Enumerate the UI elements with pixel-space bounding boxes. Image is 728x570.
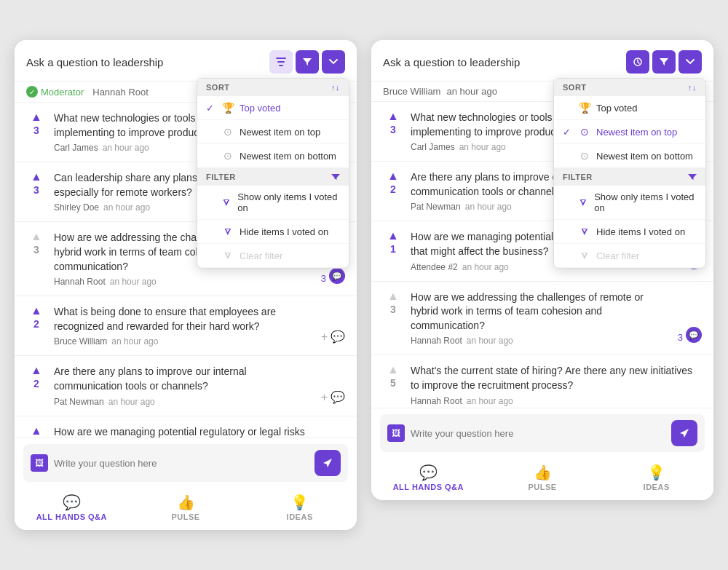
- moderator-check-icon: ✓: [26, 86, 38, 98]
- right-up-arrow-2[interactable]: ▲: [387, 170, 399, 182]
- filter-icon-button[interactable]: [269, 50, 293, 74]
- plus-icon-4[interactable]: +: [321, 330, 328, 344]
- right-question-author-1: Carl James: [411, 142, 455, 152]
- filter-voted-on[interactable]: ⛛ Show only items I voted on: [197, 186, 349, 220]
- left-bottom-nav: 💬 ALL HANDS Q&A 👍 PULSE 💡 IDEAS: [15, 488, 357, 530]
- sort-newest-top-label: Newest item on top: [240, 127, 320, 138]
- chat-icon-4[interactable]: 💬: [331, 330, 345, 344]
- left-question-input[interactable]: [54, 458, 309, 469]
- question-item-5[interactable]: ▲ 2 Are there any plans to improve our i…: [15, 356, 357, 416]
- right-question-content-4: How are we addressing the challenges of …: [411, 290, 670, 347]
- nav-pulse-label-right: PULSE: [528, 483, 556, 491]
- right-question-item-4[interactable]: ▲ 3 How are we addressing the challenges…: [371, 282, 713, 356]
- check-icon: ✓: [206, 103, 216, 114]
- sort-top-voted-label: Top voted: [240, 103, 280, 114]
- right-up-arrow-1[interactable]: ▲: [387, 111, 399, 122]
- right-up-arrow-3[interactable]: ▲: [387, 230, 399, 242]
- right-image-input-icon: 🖼: [387, 424, 405, 442]
- right-up-arrow-5[interactable]: ▲: [387, 364, 399, 376]
- question-author-4: Bruce William: [54, 336, 107, 347]
- left-send-button[interactable]: [314, 450, 341, 476]
- up-arrow-6[interactable]: ▲: [31, 425, 42, 437]
- right-sort-top-voted[interactable]: 🏆 Top voted: [554, 96, 705, 120]
- question-text-5: Are there any plans to improve our inter…: [54, 365, 314, 393]
- right-question-author-4: Hannah Root: [411, 336, 462, 346]
- right-filter-voted-label: Show only items I voted on: [594, 191, 697, 213]
- nav-ideas-right[interactable]: 💡 IDEAS: [599, 464, 713, 491]
- right-filter-clear[interactable]: ⛛ Clear filter: [554, 244, 705, 268]
- right-dropdown-toggle[interactable]: [678, 50, 702, 74]
- right-filter-hide-voted[interactable]: ⛛ Hide items I voted on: [554, 220, 705, 244]
- nav-ideas-left[interactable]: 💡 IDEAS: [242, 494, 357, 521]
- comment-bubble-icon-3[interactable]: 💬: [329, 268, 345, 284]
- up-arrow-4[interactable]: ▲: [31, 305, 42, 317]
- right-filter-icon-button[interactable]: [626, 50, 649, 74]
- question-meta-4: Bruce William an hour ago: [54, 336, 314, 347]
- right-sort-newest-top[interactable]: ✓ ⊙ Newest item on top: [554, 120, 705, 144]
- right-question-input[interactable]: [411, 428, 665, 439]
- right-header-buttons: [626, 50, 702, 74]
- right-question-item-5[interactable]: ▲ 5 What's the current state of hiring? …: [371, 355, 713, 408]
- sort-top-voted[interactable]: ✓ 🏆 Top voted: [197, 96, 349, 120]
- dropdown-toggle-button[interactable]: [322, 50, 345, 74]
- right-user-name: Bruce William: [383, 86, 440, 97]
- right-vote-section-1: ▲ 3: [383, 111, 403, 152]
- right-vote-count-2: 2: [390, 183, 396, 195]
- up-arrow-5[interactable]: ▲: [31, 365, 42, 376]
- sort-newest-bottom[interactable]: ⊙ Newest item on bottom: [197, 144, 349, 168]
- right-send-button[interactable]: [671, 420, 697, 446]
- right-up-arrow-4[interactable]: ▲: [387, 290, 399, 302]
- up-arrow-2[interactable]: ▲: [31, 171, 42, 183]
- question-item-6[interactable]: ▲ 1 How are we managing potential regula…: [15, 416, 357, 438]
- question-author-2: Shirley Doe: [54, 202, 99, 213]
- nav-allhands-left[interactable]: 💬 ALL HANDS Q&A: [15, 494, 129, 521]
- ideas-icon-left: 💡: [290, 494, 309, 511]
- question-item-4[interactable]: ▲ 2 What is being done to ensure that em…: [15, 296, 357, 356]
- right-title: Ask a question to leadership: [383, 56, 520, 68]
- question-meta-5: Pat Newman an hour ago: [54, 397, 314, 407]
- filter-voted-label: Show only items I voted on: [237, 191, 340, 213]
- vote-count-2: 3: [33, 184, 39, 196]
- right-vote-count-1: 3: [390, 124, 396, 135]
- nav-allhands-right[interactable]: 💬 ALL HANDS Q&A: [371, 464, 486, 491]
- plus-icon-5[interactable]: +: [321, 391, 328, 404]
- nav-pulse-left[interactable]: 👍 PULSE: [129, 494, 243, 521]
- up-arrow-1[interactable]: ▲: [31, 111, 42, 123]
- sort-newest-top[interactable]: ⊙ Newest item on top: [197, 120, 349, 144]
- question-text-6: How are we managing potential regulatory…: [54, 425, 314, 438]
- left-header-buttons: [269, 50, 345, 74]
- right-question-text-5: What's the current state of hiring? Are …: [411, 364, 702, 392]
- right-bottom-nav: 💬 ALL HANDS Q&A 👍 PULSE 💡 IDEAS: [371, 458, 713, 500]
- question-actions-6: 1 💬: [321, 425, 345, 438]
- right-vote-section-5: ▲ 5: [383, 364, 403, 405]
- right-question-time-3: an hour ago: [462, 262, 509, 272]
- right-question-content-5: What's the current state of hiring? Are …: [411, 364, 702, 405]
- right-question-meta-4: Hannah Root an hour ago: [411, 336, 670, 346]
- filter-voted-icon: ⛛: [221, 197, 232, 208]
- moderator-badge: ✓ Moderator: [26, 86, 84, 98]
- up-arrow-3[interactable]: ▲: [31, 231, 42, 242]
- right-comment-bubble-icon-4[interactable]: 💬: [686, 327, 702, 343]
- right-filter-voted-on[interactable]: ⛛ Show only items I voted on: [554, 186, 705, 220]
- right-filter-clear-label: Clear filter: [596, 250, 639, 261]
- filter-clear-label: Clear filter: [240, 250, 282, 261]
- right-clear-filter-icon: ⛛: [579, 250, 590, 261]
- question-time-5: an hour ago: [108, 397, 155, 407]
- clear-filter-icon: ⛛: [222, 250, 234, 261]
- right-funnel-button[interactable]: [652, 50, 676, 74]
- right-question-text-4: How are we addressing the challenges of …: [411, 290, 670, 333]
- funnel-icon-button[interactable]: [296, 50, 319, 74]
- right-vote-count-4: 3: [390, 304, 396, 315]
- right-trophy-icon: 🏆: [579, 102, 590, 114]
- right-question-time-5: an hour ago: [467, 396, 513, 406]
- nav-pulse-right[interactable]: 👍 PULSE: [486, 464, 600, 491]
- filter-hide-voted[interactable]: ⛛ Hide items I voted on: [197, 220, 349, 244]
- nav-ideas-label-left: IDEAS: [287, 512, 313, 521]
- nav-pulse-label-left: PULSE: [171, 512, 199, 521]
- chat-icon-5[interactable]: 💬: [331, 390, 345, 404]
- vote-count-5: 2: [33, 378, 39, 389]
- right-sort-newest-bottom[interactable]: ⊙ Newest item on bottom: [554, 144, 705, 168]
- question-content-4: What is being done to ensure that employ…: [54, 305, 314, 347]
- filter-clear[interactable]: ⛛ Clear filter: [197, 244, 349, 268]
- circle-icon-2: ⊙: [222, 150, 234, 162]
